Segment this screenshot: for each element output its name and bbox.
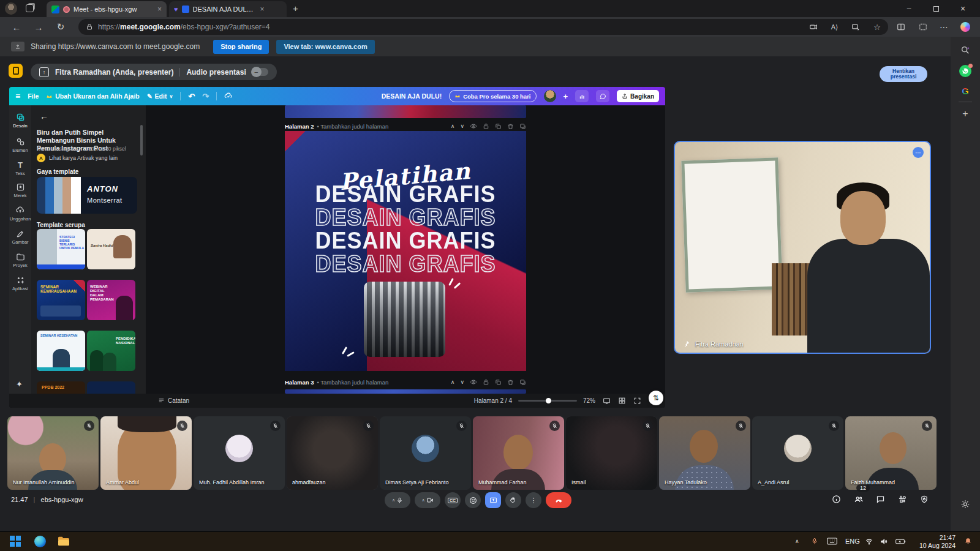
- google-icon[interactable]: G: [962, 86, 969, 96]
- page-title-hint[interactable]: • Tambahkan judul halaman: [317, 379, 389, 386]
- participant-tile[interactable]: Nur Imanullah Aminuddin: [7, 416, 99, 490]
- notification-bell-icon[interactable]: [964, 537, 972, 545]
- rail-item-teks[interactable]: T Teks: [9, 160, 31, 176]
- tray-chevron-icon[interactable]: ∧: [795, 538, 799, 544]
- end-call-button[interactable]: [546, 492, 571, 508]
- move-page-down-icon[interactable]: ∨: [460, 380, 464, 385]
- template-thumb[interactable]: PENDIDIKAN NASIONAL: [87, 331, 135, 371]
- file-menu[interactable]: File: [28, 92, 39, 100]
- headline-outline[interactable]: DESAIN GRAFIS: [285, 205, 526, 230]
- doc-title[interactable]: DESAIN AJA DULU!: [382, 92, 442, 100]
- lock-page-icon[interactable]: [483, 379, 489, 386]
- user-avatar[interactable]: [544, 90, 556, 102]
- rail-item-proyek[interactable]: Proyek: [9, 252, 31, 268]
- copilot-icon[interactable]: [960, 22, 970, 32]
- audio-toggle[interactable]: –: [252, 68, 268, 76]
- read-aloud-icon[interactable]: A⟩: [831, 23, 839, 31]
- duplicate-page-icon[interactable]: [495, 123, 502, 130]
- video-enhance-icon[interactable]: [851, 23, 860, 31]
- tab-capture-icon[interactable]: [809, 23, 818, 31]
- profile-avatar[interactable]: [5, 2, 17, 15]
- participants-icon[interactable]: [854, 495, 864, 504]
- move-page-down-icon[interactable]: ∨: [460, 124, 464, 129]
- meeting-details-icon[interactable]: [832, 495, 841, 504]
- address-bar[interactable]: https://meet.google.com/ebs-hpgu-xgw?aut…: [78, 19, 888, 35]
- participant-tile[interactable]: Ismail: [566, 416, 657, 490]
- favorites-star-icon[interactable]: ☆: [873, 23, 881, 32]
- move-page-up-icon[interactable]: ∧: [451, 124, 455, 129]
- hide-page-icon[interactable]: [470, 122, 477, 130]
- split-screen-icon[interactable]: [897, 23, 905, 31]
- delete-page-icon[interactable]: [507, 379, 514, 386]
- host-controls-icon[interactable]: [920, 495, 929, 504]
- sidebar-settings-gear-icon[interactable]: [961, 500, 970, 509]
- language-indicator[interactable]: ENG: [845, 538, 860, 545]
- workspaces-icon[interactable]: [26, 4, 34, 12]
- stop-sharing-button[interactable]: Stop sharing: [213, 40, 269, 54]
- tile-options-icon[interactable]: ⋯: [913, 147, 924, 158]
- add-page-icon[interactable]: [519, 379, 526, 386]
- rail-item-unggahan[interactable]: Unggahan: [9, 206, 31, 222]
- lock-page-icon[interactable]: [483, 123, 489, 130]
- page1-bottom-edge[interactable]: [285, 105, 526, 118]
- tab-close-icon[interactable]: ×: [157, 5, 162, 13]
- duplicate-page-icon[interactable]: [495, 379, 502, 386]
- tab-meet[interactable]: Meet - ebs-hpgu-xgw ×: [47, 1, 167, 17]
- start-button[interactable]: [10, 536, 21, 547]
- zoom-level[interactable]: 72%: [583, 397, 595, 404]
- participant-tile[interactable]: Faizh Muhammad: [845, 416, 937, 490]
- participant-tile[interactable]: Dimas Setya Aji Febrianto: [380, 416, 471, 490]
- headline-solid[interactable]: DESAIN GRAFIS: [285, 228, 526, 253]
- chat-icon[interactable]: [876, 495, 885, 504]
- refresh-button[interactable]: ↻: [51, 17, 70, 37]
- add-page-icon[interactable]: [519, 123, 526, 130]
- participant-tile[interactable]: Hayyan Tadulako: [659, 416, 750, 490]
- comments-icon[interactable]: [596, 90, 609, 102]
- present-button-active[interactable]: [485, 492, 501, 508]
- rail-item-desain[interactable]: Desain: [9, 113, 31, 129]
- rail-item-merek[interactable]: Merek: [9, 182, 31, 198]
- present-view-icon[interactable]: [603, 397, 611, 405]
- zoom-slider[interactable]: [518, 400, 577, 402]
- scroll-pages-button[interactable]: ⇅: [649, 391, 663, 405]
- author-link[interactable]: Lihat karya Artivak yang lain: [49, 155, 118, 161]
- rail-item-elemen[interactable]: Elemen: [9, 137, 31, 153]
- pinned-video-tile[interactable]: ⋯ Fitra Ramadhan: [674, 141, 931, 354]
- page-title-hint[interactable]: • Tambahkan judul halaman: [317, 123, 389, 130]
- rail-item-gambar[interactable]: Gambar: [9, 229, 31, 245]
- web-capture-icon[interactable]: [919, 23, 927, 31]
- file-explorer-icon[interactable]: [58, 536, 70, 547]
- try-pro-button[interactable]: Coba Pro selama 30 hari: [449, 90, 536, 102]
- window-minimize-button[interactable]: –: [895, 0, 922, 17]
- forward-button[interactable]: →: [29, 17, 48, 37]
- raise-hand-button[interactable]: [505, 492, 521, 508]
- template-thumb[interactable]: WEBINAR DIGITAL DALAM PEMASARAN: [87, 280, 135, 320]
- participant-tile[interactable]: Muhammad Farhan: [473, 416, 564, 490]
- redo-icon[interactable]: ↷: [202, 92, 209, 101]
- more-options-button[interactable]: ⋮: [526, 492, 541, 508]
- undo-icon[interactable]: ↶: [188, 92, 195, 101]
- sidebar-search-icon[interactable]: [960, 45, 970, 55]
- tray-mic-icon[interactable]: [811, 537, 818, 545]
- window-close-button[interactable]: ×: [949, 0, 976, 17]
- participant-tile[interactable]: Muh. Fadhil Abdillah Imran: [194, 416, 285, 490]
- tab-canva[interactable]: ♥ DESAIN AJA DULU! - Konten ×: [169, 1, 287, 17]
- author-row[interactable]: A Lihat karya Artivak yang lain: [37, 154, 118, 162]
- reactions-button[interactable]: [465, 492, 481, 508]
- template-thumb[interactable]: SEMINAR KESEHATAN: [37, 331, 85, 371]
- magic-assistant-icon[interactable]: ✦: [16, 380, 23, 389]
- notes-button[interactable]: Catatan: [158, 397, 189, 404]
- captions-button[interactable]: CC: [445, 492, 461, 508]
- template-thumb[interactable]: STRATEGI BISNIS TERLARIS UNTUK PEMULA: [37, 229, 85, 269]
- template-thumb[interactable]: Sanira Hadid: [87, 229, 135, 269]
- rail-item-aplikasi[interactable]: Aplikasi: [9, 276, 31, 291]
- mic-button[interactable]: ∧: [385, 492, 410, 508]
- panel-back-icon[interactable]: ←: [40, 111, 48, 121]
- template-thumb[interactable]: SEMINAR KEWIRAUSAHAAN: [37, 280, 85, 320]
- fullscreen-icon[interactable]: [633, 397, 641, 405]
- tab-close-icon[interactable]: ×: [260, 5, 265, 13]
- activities-icon[interactable]: [898, 495, 907, 504]
- insights-icon[interactable]: [575, 90, 589, 102]
- back-button[interactable]: ←: [7, 17, 26, 37]
- camera-button[interactable]: ∧: [415, 492, 440, 508]
